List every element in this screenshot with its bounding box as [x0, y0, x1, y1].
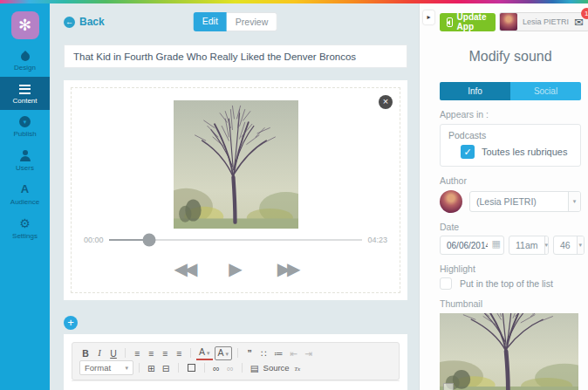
- appears-in-label: Appears in :: [440, 109, 581, 120]
- hour-select[interactable]: 11am ▾: [509, 236, 549, 255]
- bulleted-list-button[interactable]: ≔: [271, 346, 286, 360]
- player-controls: ◀◀ ▶ ▶▶: [84, 258, 387, 279]
- avatar: [500, 13, 517, 31]
- highlight-checkbox[interactable]: [440, 277, 452, 290]
- text-color-button[interactable]: A: [196, 346, 213, 360]
- rubriques-row: ✓ Toutes les rubriques: [448, 145, 572, 159]
- flower-icon: ✻: [18, 17, 31, 33]
- minute-value: 46: [554, 240, 577, 250]
- app-logo[interactable]: ✻: [11, 11, 39, 39]
- back-arrow-icon: ←: [64, 17, 75, 28]
- rewind-icon: ◀◀: [174, 259, 195, 278]
- publish-app-icon: [447, 17, 453, 27]
- panel-top-bar: Update App Lesia PIETRI ✉ 1: [440, 12, 581, 31]
- sidebar-item-design[interactable]: Design: [0, 44, 50, 77]
- align-left-button[interactable]: ≡: [131, 346, 143, 360]
- user-menu-button[interactable]: Lesia PIETRI ✉ 1: [499, 12, 588, 31]
- categories-box: Podcasts ✓ Toutes les rubriques: [440, 124, 581, 167]
- text-editor-card: B I U ≡ ≡ ≡ ≡ A A ” ∷ ≔ ⇤ ⇥: [64, 334, 407, 390]
- play-button[interactable]: ▶: [229, 258, 242, 279]
- rubriques-checkbox[interactable]: ✓: [461, 145, 475, 159]
- unlink-button[interactable]: ∞: [224, 361, 236, 375]
- thumbnail-badge-icon: [443, 383, 454, 390]
- align-center-button[interactable]: ≡: [145, 346, 157, 360]
- background-color-button[interactable]: A: [215, 346, 233, 360]
- audio-artwork-image: [174, 100, 298, 229]
- sidebar-item-content[interactable]: Content: [0, 77, 50, 110]
- preview-button[interactable]: Preview: [227, 12, 277, 31]
- audience-icon: A: [21, 183, 29, 195]
- chevron-down-icon: ▾: [544, 236, 549, 254]
- panel-tabs: Info Social: [440, 82, 581, 100]
- maximize-button[interactable]: [188, 364, 195, 372]
- sidebar-item-users[interactable]: Users: [0, 143, 50, 177]
- table-button[interactable]: ⊞: [145, 361, 158, 375]
- remove-format-button[interactable]: Tx: [291, 359, 304, 376]
- link-button[interactable]: ∞: [210, 361, 222, 375]
- author-select[interactable]: (Lesia PIETRI) ▾: [469, 191, 581, 212]
- align-right-button[interactable]: ≡: [159, 346, 171, 360]
- sidebar-item-label: Users: [16, 164, 34, 172]
- user-name: Lesia PIETRI: [523, 17, 569, 26]
- rewind-button[interactable]: ◀◀: [174, 258, 195, 279]
- author-label: Author: [440, 175, 581, 186]
- sidebar-item-audience[interactable]: A Audience: [0, 177, 50, 211]
- seek-track[interactable]: [109, 239, 363, 241]
- horizontal-rule-button[interactable]: ⊟: [160, 361, 173, 375]
- format-dropdown[interactable]: Format: [79, 360, 133, 375]
- main-header: ← Back Edit Preview: [64, 12, 407, 31]
- audio-player-card: × 00:00 04:23 ◀◀ ▶ ▶▶: [64, 80, 407, 300]
- sidebar-item-label: Audience: [10, 198, 39, 206]
- minute-select[interactable]: 46 ▾: [553, 236, 585, 255]
- chevron-down-icon: ▾: [577, 236, 584, 254]
- audio-player-dropzone: × 00:00 04:23 ◀◀ ▶ ▶▶: [71, 87, 400, 293]
- panel-collapse-button[interactable]: ▸: [423, 10, 434, 24]
- sidebar-item-label: Publish: [13, 130, 36, 138]
- date-label: Date: [440, 222, 581, 232]
- sidebar: ✻ Design Content Publish Users A Audienc…: [0, 3, 50, 390]
- publish-globe-icon: [19, 116, 31, 127]
- forward-button[interactable]: ▶▶: [277, 258, 297, 279]
- underline-button[interactable]: U: [107, 346, 120, 360]
- back-button[interactable]: ← Back: [64, 16, 105, 28]
- numbered-list-button[interactable]: ∷: [257, 346, 270, 360]
- add-block-button[interactable]: +: [64, 316, 78, 330]
- chevron-down-icon: ▾: [568, 192, 580, 211]
- play-icon: ▶: [229, 259, 242, 278]
- editor-toolbar: B I U ≡ ≡ ≡ ≡ A A ” ∷ ≔ ⇤ ⇥: [72, 342, 400, 380]
- article-title-input[interactable]: [64, 44, 407, 68]
- drop-icon: [18, 51, 31, 63]
- italic-button[interactable]: I: [93, 346, 106, 360]
- date-row: ▦ 11am ▾ 46 ▾ ↻: [440, 236, 581, 255]
- bold-button[interactable]: B: [79, 346, 92, 360]
- plus-icon: +: [67, 316, 74, 329]
- indent-button[interactable]: ⇥: [302, 346, 315, 360]
- main-content: ← Back Edit Preview × 00:00 04:23: [50, 3, 419, 390]
- align-justify-button[interactable]: ≡: [173, 346, 185, 360]
- podcasts-label: Podcasts: [448, 130, 572, 140]
- sidebar-item-settings[interactable]: ⚙ Settings: [0, 211, 50, 245]
- notification-badge: 1: [581, 8, 588, 19]
- seek-handle[interactable]: [143, 234, 156, 247]
- tab-social[interactable]: Social: [510, 82, 581, 100]
- tab-info[interactable]: Info: [440, 82, 510, 100]
- blockquote-button[interactable]: ”: [243, 346, 256, 360]
- update-app-button[interactable]: Update App: [440, 13, 496, 31]
- sidebar-item-publish[interactable]: Publish: [0, 110, 50, 143]
- editor-content[interactable]: © Chris Zabriskie: [72, 380, 400, 390]
- outdent-button[interactable]: ⇤: [288, 346, 301, 360]
- remove-audio-button[interactable]: ×: [379, 95, 393, 109]
- app-window: ✻ Design Content Publish Users A Audienc…: [0, 0, 588, 390]
- settings-panel: ▸ Update App Lesia PIETRI ✉ 1 Modify sou…: [419, 3, 588, 390]
- calendar-icon: ▦: [492, 238, 501, 250]
- update-app-label: Update App: [457, 12, 489, 31]
- source-button[interactable]: Source: [263, 363, 290, 373]
- toolbar-row-2: Format ⊞ ⊟ ∞ ∞ ▤ Source Tx: [79, 360, 392, 375]
- forward-icon: ▶▶: [277, 259, 297, 278]
- thumbnail-art: [440, 313, 578, 390]
- gear-icon: ⚙: [19, 217, 31, 229]
- edit-button[interactable]: Edit: [194, 12, 227, 31]
- thumbnail-image[interactable]: [440, 313, 578, 390]
- person-icon: [19, 149, 31, 161]
- current-time: 00:00: [84, 236, 104, 244]
